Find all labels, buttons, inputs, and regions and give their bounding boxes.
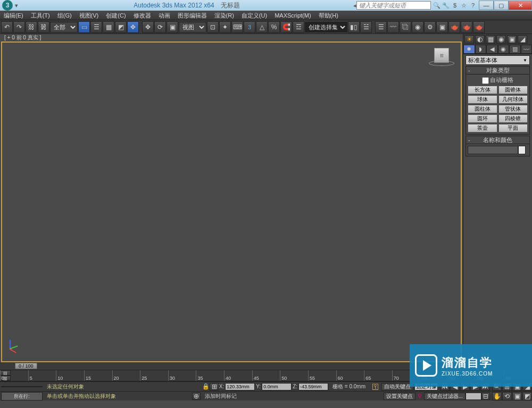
menu-views[interactable]: 视图(V) bbox=[76, 11, 103, 20]
category-dropdown[interactable]: 标准基本体 ▼ bbox=[466, 55, 530, 65]
obj-box-button[interactable]: 长方体 bbox=[468, 86, 497, 94]
select-by-name-button[interactable]: ☰ bbox=[90, 21, 102, 33]
y-input[interactable] bbox=[262, 383, 292, 390]
select-object-button[interactable]: ▭ bbox=[78, 21, 90, 33]
viewcube[interactable]: 前 bbox=[429, 48, 454, 69]
menu-rendering[interactable]: 渲染(R) bbox=[211, 11, 238, 20]
scale-button[interactable]: ▣ bbox=[167, 21, 178, 33]
percent-snap-button[interactable]: % bbox=[268, 21, 280, 33]
menu-help[interactable]: 帮助(H) bbox=[315, 11, 342, 20]
current-frame-input[interactable] bbox=[466, 393, 481, 400]
obj-cone-button[interactable]: 圆锥体 bbox=[498, 86, 528, 94]
time-config-button[interactable]: ⊟ bbox=[481, 393, 490, 400]
angle-snap-button[interactable]: △ bbox=[256, 21, 268, 33]
link-button[interactable]: ⛓ bbox=[26, 21, 37, 33]
key-icon[interactable]: 🔧 bbox=[442, 2, 450, 9]
menu-group[interactable]: 组(G) bbox=[54, 11, 76, 20]
menu-grapheditors[interactable]: 图形编辑器 bbox=[174, 11, 211, 20]
safe-frame-icon[interactable]: ◉ bbox=[496, 35, 506, 44]
autokey-button[interactable]: 自动关键点 bbox=[381, 383, 413, 390]
render-button[interactable]: 🫖 bbox=[473, 21, 485, 33]
x-input[interactable] bbox=[225, 383, 255, 390]
rendered-frame-button[interactable]: ▣ bbox=[436, 21, 448, 33]
orbit-button[interactable]: ⟲ bbox=[502, 392, 512, 401]
object-name-input[interactable] bbox=[468, 146, 518, 154]
viewport-bg-icon[interactable]: ▦ bbox=[486, 35, 495, 44]
help-icon[interactable]: ? bbox=[469, 2, 477, 9]
app-icon[interactable]: 3 bbox=[2, 0, 13, 11]
snap-toggle-button[interactable]: 3 bbox=[244, 21, 255, 33]
layers-button[interactable]: ☰ bbox=[375, 21, 387, 33]
autogrid-checkbox[interactable]: 自动栅格 bbox=[468, 76, 528, 84]
transform-type-button[interactable]: ⊞ bbox=[210, 383, 219, 390]
light-icon[interactable]: ☀ bbox=[464, 35, 474, 44]
keyfilter-button[interactable]: 关键点过滤器... bbox=[424, 393, 466, 400]
redo-button[interactable]: ↷ bbox=[13, 21, 25, 33]
add-time-tag[interactable]: 添加时间标记 bbox=[205, 393, 237, 400]
window-crossing-button[interactable]: ◩ bbox=[115, 21, 127, 33]
lock-icon[interactable]: 🔒 bbox=[202, 383, 210, 390]
tab-display[interactable]: ▥ bbox=[509, 45, 521, 54]
viewport-config-icon[interactable]: ▣ bbox=[507, 35, 517, 44]
rotate-button[interactable]: ⟳ bbox=[154, 21, 166, 33]
select-and-move-button[interactable]: ✥ bbox=[127, 21, 139, 33]
object-color-swatch[interactable] bbox=[518, 146, 526, 154]
maximize-viewport-button[interactable]: ▣ bbox=[512, 392, 522, 401]
tab-modify[interactable]: ◗ bbox=[475, 45, 487, 54]
unlink-button[interactable]: ⛓̸ bbox=[38, 21, 49, 33]
tab-motion[interactable]: ◉ bbox=[498, 45, 510, 54]
tab-create[interactable]: ✹ bbox=[463, 45, 475, 54]
schematic-view-button[interactable]: ⿻ bbox=[400, 21, 411, 33]
align-button[interactable]: ☱ bbox=[360, 21, 372, 33]
material-editor-button[interactable]: ◉ bbox=[412, 21, 423, 33]
menu-modifiers[interactable]: 修改器 bbox=[130, 11, 155, 20]
obj-torus-button[interactable]: 圆环 bbox=[468, 114, 497, 123]
rollout-object-type[interactable]: - 对象类型 bbox=[466, 66, 530, 74]
close-button[interactable]: ✕ bbox=[509, 1, 532, 10]
min-max-button[interactable]: ◩ bbox=[522, 392, 532, 401]
rollout-name-color[interactable]: - 名称和颜色 bbox=[466, 136, 530, 144]
move-button[interactable]: ✥ bbox=[142, 21, 154, 33]
menu-maxscript[interactable]: MAXScript(M) bbox=[271, 11, 314, 20]
menu-customize[interactable]: 自定义(U) bbox=[238, 11, 271, 20]
obj-pyramid-button[interactable]: 四棱锥 bbox=[498, 114, 528, 123]
edit-named-sel-button[interactable]: ☲ bbox=[293, 21, 304, 33]
viewport-label[interactable]: [ + 0 前 0 真实 ] bbox=[0, 34, 463, 41]
tab-hierarchy[interactable]: ◀ bbox=[486, 45, 498, 54]
viewport[interactable]: 前 bbox=[1, 41, 462, 362]
use-center-button[interactable]: ⊡ bbox=[207, 21, 219, 33]
named-selection-dropdown[interactable]: 创建选择集 bbox=[305, 22, 347, 32]
maximize-button[interactable]: ▢ bbox=[494, 1, 509, 10]
render-iterative-button[interactable]: 🫖 bbox=[461, 21, 472, 33]
obj-sphere-button[interactable]: 球体 bbox=[468, 95, 497, 104]
keyboard-shortcut-button[interactable]: ⌨ bbox=[231, 21, 243, 33]
render-setup-button[interactable]: ⚙ bbox=[424, 21, 436, 33]
render-production-button[interactable]: 🫖 bbox=[448, 21, 460, 33]
minimize-button[interactable]: — bbox=[479, 1, 494, 10]
time-slider[interactable]: 0 / 100 bbox=[15, 363, 37, 369]
qat-arrow-icon[interactable]: ▾ bbox=[15, 2, 18, 9]
select-manipulate-button[interactable]: ✦ bbox=[219, 21, 231, 33]
autogrid-input[interactable] bbox=[482, 77, 489, 84]
menu-create[interactable]: 创建(C) bbox=[102, 11, 129, 20]
time-tag-button[interactable]: ⊕ bbox=[192, 393, 201, 400]
menu-edit[interactable]: 编辑(E) bbox=[0, 11, 27, 20]
menu-tools[interactable]: 工具(T) bbox=[27, 11, 54, 20]
undo-button[interactable]: ↶ bbox=[1, 21, 13, 33]
usd-icon[interactable]: $ bbox=[451, 2, 459, 9]
binoculars-icon[interactable]: 🔍 bbox=[433, 2, 440, 9]
z-input[interactable] bbox=[298, 383, 328, 390]
setkey-button[interactable]: 设置关键点 bbox=[384, 393, 415, 400]
selection-filter-dropdown[interactable]: 全部 bbox=[50, 22, 78, 32]
key-glyph-icon[interactable]: ⚿ bbox=[372, 382, 379, 391]
select-region-button[interactable]: ▦ bbox=[103, 21, 114, 33]
ref-coord-dropdown[interactable]: 视图 bbox=[179, 22, 206, 32]
obj-teapot-button[interactable]: 茶壶 bbox=[468, 124, 497, 132]
star-icon[interactable]: ☆ bbox=[460, 2, 468, 9]
obj-geosphere-button[interactable]: 几何球体 bbox=[498, 95, 528, 104]
pan-button[interactable]: ✋ bbox=[492, 392, 502, 401]
viewport-shading-icon[interactable]: ◐ bbox=[475, 35, 485, 44]
curve-editor-button[interactable]: 〰 bbox=[387, 21, 399, 33]
menu-animation[interactable]: 动画 bbox=[155, 11, 174, 20]
key-red-icon[interactable]: ⚲ bbox=[418, 393, 422, 399]
